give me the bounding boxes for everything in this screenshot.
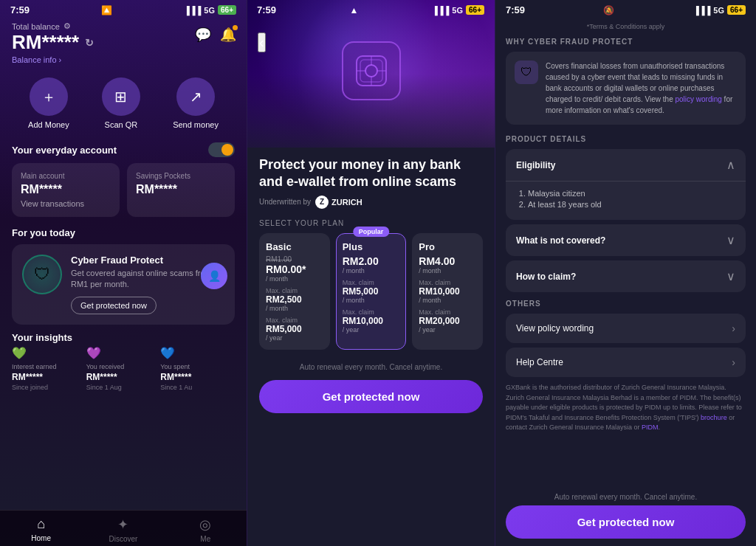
scan-qr-button[interactable]: ⊞ Scan QR xyxy=(102,77,140,129)
status-icons-s1: ▐▐▐ 5G 66+ xyxy=(184,5,236,15)
promo-title: Cyber Fraud Protect xyxy=(71,255,224,266)
add-money-label: Add Money xyxy=(28,120,69,129)
view-policy-wording-link[interactable]: View policy wording › xyxy=(506,314,746,343)
cyber-protect-icon: 🛡 xyxy=(22,255,62,294)
send-money-label: Send money xyxy=(173,120,219,129)
not-covered-accordion: What is not covered? ∨ xyxy=(506,224,746,256)
policy-chevron-right-icon: › xyxy=(732,322,735,334)
screen-plan-selection: 7:59 ▲ ▐▐▐ 5G 66+ ‹ Protect your money i… xyxy=(247,0,495,546)
status-time-s3: 7:59 xyxy=(506,4,525,15)
get-protected-button-s1[interactable]: Get protected now xyxy=(71,297,157,314)
savings-pockets-label: Savings Pockets xyxy=(136,172,226,180)
plan-basic-name: Basic xyxy=(266,241,323,252)
how-to-claim-title: How to claim? xyxy=(516,272,576,282)
zurich-logo: Z ZURICH xyxy=(315,196,362,209)
help-centre-link[interactable]: Help Centre › xyxy=(506,348,746,377)
main-account-card[interactable]: Main account RM***** View transactions xyxy=(12,163,120,217)
promo-content: Cyber Fraud Protect Get covered against … xyxy=(71,255,224,314)
plan-plus[interactable]: Popular Plus RM2.00 / month Max. claim R… xyxy=(336,233,407,350)
received-sub: Since 1 Aug xyxy=(86,384,161,391)
why-cyber-text: Covers financial losses from unauthorise… xyxy=(546,61,737,116)
status-icons-s3: ▐▐▐ 5G 66+ xyxy=(693,5,746,15)
plan-plus-claim-year-period: / year xyxy=(343,326,400,334)
cyber-fraud-icon: 🛡 xyxy=(515,61,538,84)
badge-icon: ⚙ xyxy=(63,21,71,31)
send-money-icon: ↗ xyxy=(176,77,215,116)
nav-discover[interactable]: ✦ Discover xyxy=(82,516,164,543)
interest-label: Interest earned xyxy=(12,363,86,370)
why-cyber-title: WHY CYBER FRAUD PROTECT xyxy=(506,38,746,46)
plan-pro[interactable]: Pro RM4.00 / month Max. claim RM10,000 /… xyxy=(412,233,483,350)
me-nav-label: Me xyxy=(200,535,210,543)
status-time-s1: 7:59 xyxy=(10,4,30,15)
auto-renewal-s3: Auto renewal every month. Cancel anytime… xyxy=(495,490,756,505)
notification-icon[interactable]: 🔔 xyxy=(220,27,236,43)
plan-basic-claim-year-label: Max. claim xyxy=(266,317,323,324)
screen-product-details: 7:59 🔕 ▐▐▐ 5G 66+ *Terms & Conditions ap… xyxy=(495,0,756,546)
refresh-icon: ↻ xyxy=(85,37,94,49)
interest-icon: 💚 xyxy=(12,346,86,360)
balance-info-link[interactable]: Balance info › xyxy=(12,55,235,64)
brochure-link[interactable]: brochure xyxy=(701,414,727,421)
hero-shield-icon xyxy=(342,41,401,100)
interest-sub: Since joined xyxy=(12,384,86,391)
view-transactions-link[interactable]: View transactions xyxy=(21,196,111,208)
spent-icon: 💙 xyxy=(160,346,235,360)
plan-basic[interactable]: Basic RM1.00 RM0.00* / month Max. claim … xyxy=(259,233,330,350)
location-icon-s1: 🔼 xyxy=(101,5,112,15)
back-button[interactable]: ‹ xyxy=(258,32,266,52)
add-money-button[interactable]: ＋ Add Money xyxy=(28,77,69,129)
savings-pockets-card[interactable]: Savings Pockets RM***** xyxy=(127,163,235,217)
terms-apply: *Terms & Conditions apply xyxy=(495,18,756,32)
send-money-button[interactable]: ↗ Send money xyxy=(173,77,219,129)
network-s2: 5G xyxy=(452,6,463,15)
nav-home[interactable]: ⌂ Home xyxy=(0,516,82,543)
accounts-container: Main account RM***** View transactions S… xyxy=(0,163,247,224)
eligibility-body: Malaysia citizen At least 18 years old xyxy=(506,182,746,220)
view-policy-label: View policy wording xyxy=(516,323,594,334)
get-protected-button-s3[interactable]: Get protected now xyxy=(506,505,746,539)
location-icon-s2: ▲ xyxy=(350,5,359,15)
plans-container: Basic RM1.00 RM0.00* / month Max. claim … xyxy=(259,233,483,350)
hero-image: ‹ xyxy=(247,0,495,148)
promo-card[interactable]: 🛡 Cyber Fraud Protect Get covered agains… xyxy=(12,244,235,325)
plan-plus-claim-month: RM5,000 xyxy=(343,286,400,297)
signal-s3: ▐▐▐ xyxy=(693,6,710,15)
quick-actions: ＋ Add Money ⊞ Scan QR ↗ Send money xyxy=(0,72,247,138)
received-value: RM***** xyxy=(86,372,161,382)
help-centre-label: Help Centre xyxy=(516,357,563,367)
not-covered-title: What is not covered? xyxy=(516,235,605,246)
avatar[interactable]: 👤 xyxy=(201,263,227,289)
pidm-link[interactable]: PIDM xyxy=(642,424,659,431)
nav-me[interactable]: ◎ Me xyxy=(165,516,247,543)
visibility-toggle[interactable] xyxy=(208,142,235,157)
not-covered-chevron-down-icon: ∨ xyxy=(726,233,735,247)
plan-pro-claim-month-period: / month xyxy=(419,297,476,304)
not-covered-header[interactable]: What is not covered? ∨ xyxy=(506,224,746,256)
status-bar-s3: 7:59 🔕 ▐▐▐ 5G 66+ xyxy=(495,0,756,18)
status-bar-s1: 7:59 🔼 ▐▐▐ 5G 66+ xyxy=(0,0,247,18)
plan-basic-original-price: RM1.00 xyxy=(266,255,323,263)
chat-icon[interactable]: 💬 xyxy=(195,27,211,43)
details-content: WHY CYBER FRAUD PROTECT 🛡 Covers financi… xyxy=(495,32,756,490)
eligibility-chevron-up-icon: ∧ xyxy=(726,158,735,172)
insight-spent: 💙 You spent RM***** Since 1 Au xyxy=(160,346,235,391)
policy-wording-link-inline[interactable]: policy wording xyxy=(675,95,721,103)
plan-content: Protect your money in any bank and e-wal… xyxy=(247,148,495,546)
main-account-label: Main account xyxy=(21,172,111,180)
plan-pro-price: RM4.00 xyxy=(419,255,476,267)
plan-plus-claim-month-label: Max. claim xyxy=(343,279,400,286)
plan-pro-claim-month: RM10,000 xyxy=(419,286,476,297)
insight-interest-earned: 💚 Interest earned RM***** Since joined xyxy=(12,346,86,391)
eligibility-header[interactable]: Eligibility ∧ xyxy=(506,149,746,182)
svg-point-2 xyxy=(365,65,377,77)
get-protected-button-s2[interactable]: Get protected now xyxy=(259,380,483,413)
plan-title: Protect your money in any bank and e-wal… xyxy=(259,156,483,191)
scan-qr-label: Scan QR xyxy=(105,120,138,129)
network-s1: 5G xyxy=(204,6,215,15)
how-to-claim-header[interactable]: How to claim? ∨ xyxy=(506,260,746,292)
savings-pockets-value: RM***** xyxy=(136,183,226,196)
add-money-icon: ＋ xyxy=(30,77,68,116)
discover-nav-icon: ✦ xyxy=(117,516,128,533)
plan-plus-claim-year: RM10,000 xyxy=(343,316,400,326)
